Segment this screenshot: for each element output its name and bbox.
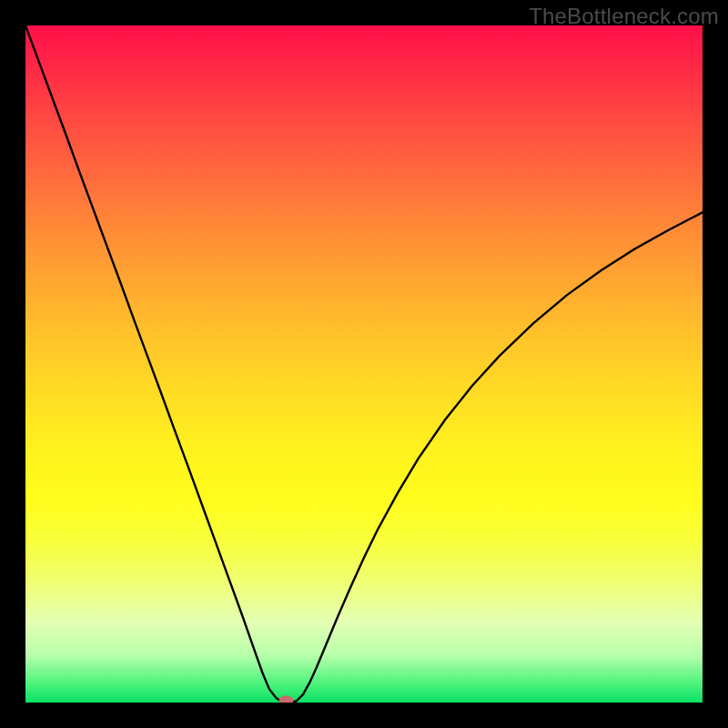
plot-area: [25, 25, 703, 703]
chart-frame: TheBottleneck.com: [0, 0, 728, 728]
watermark-text: TheBottleneck.com: [529, 4, 719, 29]
curve-svg: [25, 25, 703, 703]
bottleneck-curve-line: [25, 25, 703, 703]
optimum-marker: [278, 695, 293, 703]
